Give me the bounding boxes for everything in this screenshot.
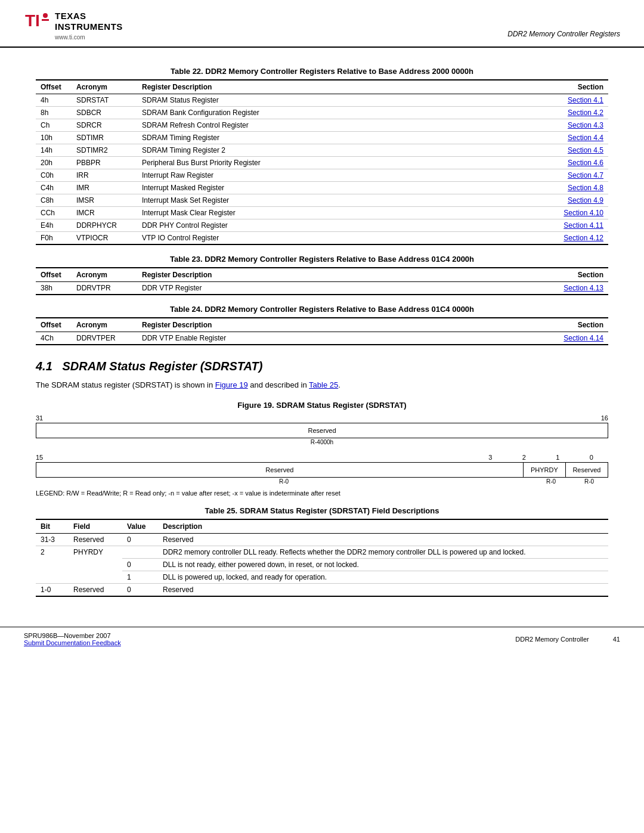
table-row: 1-0 Reserved 0 Reserved	[36, 583, 608, 596]
table25-col-bit: Bit	[36, 519, 69, 534]
cell-offset: C8h	[36, 194, 72, 207]
page-header-right: DDR2 Memory Controller Registers	[507, 30, 620, 41]
section41-heading: 4.1 SDRAM Status Register (SDRSTAT)	[36, 360, 608, 373]
cell-section: Section 4.12	[549, 232, 608, 245]
cell-offset: 4Ch	[36, 332, 72, 345]
cell-value: 0	[122, 583, 158, 596]
upper-reset-label: R-4000h	[36, 439, 608, 445]
logo-box: TI Texas Instruments	[24, 11, 123, 32]
cell-desc: DDR VTP Register	[137, 282, 549, 295]
cell-acronym: IMR	[72, 182, 137, 194]
phyrdy-cell: PHYRDY	[524, 462, 566, 478]
figure19-title: Figure 19. SDRAM Status Register (SDRSTA…	[36, 401, 608, 410]
cell-section: Section 4.4	[549, 132, 608, 144]
cell-field-empty	[69, 571, 122, 583]
cell-acronym: VTPIOCR	[72, 232, 137, 245]
cell-desc: SDRAM Refresh Control Register	[137, 119, 549, 132]
cell-desc: Reserved	[158, 583, 608, 596]
table25: Bit Field Value Description 31-3 Reserve…	[36, 519, 608, 597]
cell-desc: SDRAM Timing Register 2	[137, 144, 549, 157]
feedback-link[interactable]: Submit Documentation Feedback	[24, 639, 121, 646]
section-link[interactable]: Section 4.14	[564, 334, 603, 342]
cell-desc: VTP IO Control Register	[137, 232, 549, 245]
section-link[interactable]: Section 4.13	[564, 284, 603, 292]
cell-section: Section 4.13	[549, 282, 608, 295]
table-row: C4h IMR Interrupt Masked Register Sectio…	[36, 182, 608, 194]
lower-reset-left: R-0	[36, 478, 532, 485]
cell-offset: 14h	[36, 144, 72, 157]
register-diagram: 31 16 Reserved R-4000h 15 3 2 1 0 Reserv…	[36, 414, 608, 485]
cell-value: 1	[122, 571, 158, 583]
cell-value: 0	[122, 533, 158, 546]
table22-col-desc: Register Description	[137, 80, 549, 94]
cell-acronym: SDRCR	[72, 119, 137, 132]
table-row: C0h IRR Interrupt Raw Register Section 4…	[36, 169, 608, 182]
cell-desc: DLL is not ready, either powered down, i…	[158, 558, 608, 571]
ti-logo-icon: TI	[24, 11, 50, 32]
cell-acronym: SDRSTAT	[72, 94, 137, 107]
cell-desc: SDRAM Status Register	[137, 94, 549, 107]
cell-field: Reserved	[69, 583, 122, 596]
table22-col-offset: Offset	[36, 80, 72, 94]
table22-title: Table 22. DDR2 Memory Controller Registe…	[36, 67, 608, 76]
table-row: 2 PHYRDY DDR2 memory controller DLL read…	[36, 546, 608, 558]
cell-acronym: IMSR	[72, 194, 137, 207]
table23-col-section: Section	[549, 268, 608, 282]
cell-bit: 31-3	[36, 533, 69, 546]
section-link[interactable]: Section 4.12	[564, 234, 603, 242]
cell-section: Section 4.1	[549, 94, 608, 107]
upper-reset-row: R-4000h	[36, 439, 608, 445]
section-link[interactable]: Section 4.9	[568, 196, 603, 205]
section-link[interactable]: Section 4.6	[568, 159, 603, 167]
section-link[interactable]: Section 4.3	[568, 121, 603, 129]
cell-bit-empty	[36, 558, 69, 571]
table25-col-desc: Description	[158, 519, 608, 534]
cell-offset: CCh	[36, 207, 72, 219]
section-link[interactable]: Section 4.1	[568, 96, 603, 104]
doc-id: SPRU986B—November 2007	[24, 632, 111, 639]
lower-reserved-small-cell: Reserved	[566, 462, 608, 478]
table-row: 38h DDRVTPR DDR VTP Register Section 4.1…	[36, 282, 608, 295]
cell-acronym: DDRPHYCR	[72, 219, 137, 232]
table-row: 31-3 Reserved 0 Reserved	[36, 533, 608, 546]
bit-31-label: 31	[36, 414, 43, 422]
bit-16-label: 16	[601, 414, 608, 422]
logo-area: TI Texas Instruments www.ti.com	[24, 11, 123, 41]
footer-right-text: DDR2 Memory Controller	[515, 636, 589, 643]
page-number: 41	[613, 636, 620, 643]
section-link[interactable]: Section 4.8	[568, 184, 603, 192]
bit-15-label: 15	[36, 454, 473, 461]
table-row: E4h DDRPHYCR DDR PHY Control Register Se…	[36, 219, 608, 232]
table25-link[interactable]: Table 25	[309, 380, 338, 389]
cell-desc: DDR2 memory controller DLL ready. Reflec…	[158, 546, 608, 558]
table-row: 20h PBBPR Peripheral Bus Burst Priority …	[36, 157, 608, 169]
company-name: Texas Instruments	[55, 11, 123, 32]
table-row: 4Ch DDRVTPER DDR VTP Enable Register Sec…	[36, 332, 608, 345]
figure19-link[interactable]: Figure 19	[215, 380, 248, 389]
bit-0-label: 0	[575, 454, 608, 461]
page-header: TI Texas Instruments www.ti.com DDR2 Mem…	[0, 0, 644, 48]
lower-reserved-large-cell: Reserved	[36, 462, 524, 478]
section-link[interactable]: Section 4.11	[564, 221, 603, 230]
cell-section: Section 4.11	[549, 219, 608, 232]
table23-col-offset: Offset	[36, 268, 72, 282]
upper-reg-cells: Reserved	[36, 423, 608, 438]
cell-section: Section 4.10	[549, 207, 608, 219]
cell-offset: 8h	[36, 107, 72, 119]
cell-offset: 38h	[36, 282, 72, 295]
table-row: CCh IMCR Interrupt Mask Clear Register S…	[36, 207, 608, 219]
section-link[interactable]: Section 4.4	[568, 134, 603, 142]
section-link[interactable]: Section 4.7	[568, 171, 603, 179]
cell-offset: E4h	[36, 219, 72, 232]
section-link[interactable]: Section 4.10	[564, 209, 603, 217]
website-label: www.ti.com	[55, 34, 123, 41]
lower-bit-labels-top: 15 3 2 1 0	[36, 454, 608, 461]
cell-acronym: SDBCR	[72, 107, 137, 119]
cell-offset: 10h	[36, 132, 72, 144]
section-link[interactable]: Section 4.5	[568, 146, 603, 154]
table24: Offset Acronym Register Description Sect…	[36, 317, 608, 345]
cell-section: Section 4.6	[549, 157, 608, 169]
cell-field: Reserved	[69, 533, 122, 546]
section-link[interactable]: Section 4.2	[568, 109, 603, 117]
bit-2-label: 2	[507, 454, 541, 461]
